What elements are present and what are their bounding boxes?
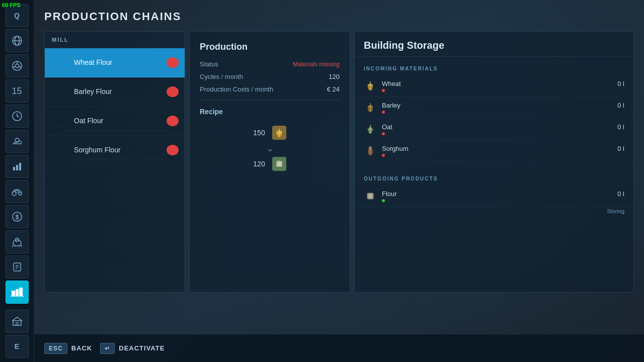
fps-counter: 60 FPS <box>2 2 21 8</box>
oat-storage-content: Oat 0 l <box>382 123 624 135</box>
barley-name: Barley <box>382 102 400 109</box>
chain-item-oat-flour[interactable]: Oat Flour <box>45 107 185 136</box>
svg-point-20 <box>13 240 21 246</box>
svg-point-70 <box>368 149 370 150</box>
wheat-storage-icon <box>364 79 377 93</box>
recipe-title: Recipe <box>200 108 340 116</box>
mill-header: MILL <box>45 32 185 48</box>
storage-item-wheat: Wheat 0 l <box>355 75 633 97</box>
svg-rect-32 <box>19 288 23 296</box>
barley-storage-content: Barley 0 l <box>382 102 624 114</box>
flour-name: Flour <box>382 190 397 198</box>
sidebar-btn-quests[interactable] <box>6 255 29 279</box>
wheat-flour-label: Wheat Flour <box>68 53 167 72</box>
sidebar: Q 15 <box>0 0 34 362</box>
back-label: BACK <box>71 344 93 352</box>
main-content: Production Chains MILL Wheat Flour <box>34 0 644 362</box>
sidebar-btn-calendar[interactable]: 15 <box>6 79 29 103</box>
sorghum-flour-icon <box>51 144 63 156</box>
building-storage-panel: Building Storage INCOMING MATERIALS <box>354 31 634 293</box>
storing-label: Storing <box>355 207 633 216</box>
svg-line-25 <box>21 245 22 247</box>
recipe-arrow: ⌄ <box>266 144 274 153</box>
barley-flour-icon <box>51 86 63 98</box>
oat-amount: 0 l <box>617 123 624 131</box>
deactivate-label: DEACTIVATE <box>119 344 165 352</box>
back-button[interactable]: ESC BACK <box>44 343 92 354</box>
chain-item-barley-flour[interactable]: Barley Flour <box>45 77 185 107</box>
sidebar-btn-time[interactable] <box>6 105 29 128</box>
recipe-output: 120 <box>253 157 286 171</box>
sidebar-btn-weather[interactable] <box>6 130 29 153</box>
sidebar-btn-stats[interactable] <box>6 155 29 178</box>
chain-item-sorghum-flour[interactable]: Sorghum Flour <box>45 136 185 165</box>
wheat-storage-content: Wheat 0 l <box>382 80 624 92</box>
svg-line-22 <box>13 245 13 247</box>
oat-name: Oat <box>382 123 392 131</box>
panels: MILL Wheat Flour <box>44 31 634 293</box>
barley-flour-dot <box>167 86 179 97</box>
wheat-dot <box>382 89 385 92</box>
deactivate-button[interactable]: ↵ DEACTIVATE <box>100 343 165 354</box>
production-chains-panel: MILL Wheat Flour <box>44 31 185 293</box>
svg-point-16 <box>19 192 22 195</box>
sorghum-amount: 0 l <box>617 145 624 152</box>
sidebar-btn-economy[interactable]: $ <box>6 205 29 228</box>
costs-row: Production Costs / month € 24 <box>200 85 340 93</box>
status-row: Status Materials missing <box>200 60 340 68</box>
svg-rect-31 <box>16 289 19 296</box>
costs-value: € 24 <box>327 85 340 93</box>
sidebar-btn-production[interactable] <box>6 281 29 304</box>
flour-dot <box>382 199 385 202</box>
sorghum-storage-icon <box>364 144 377 157</box>
sorghum-storage-content: Sorghum 0 l <box>382 145 624 157</box>
sorghum-flour-dot <box>167 145 179 155</box>
sidebar-btn-building[interactable] <box>6 310 29 333</box>
barley-dot <box>382 111 385 114</box>
sidebar-btn-steering[interactable] <box>6 54 29 77</box>
back-key: ESC <box>44 343 67 354</box>
production-title: Production <box>200 42 340 52</box>
svg-line-24 <box>19 245 20 247</box>
recipe-input: 150 <box>253 126 286 140</box>
outgoing-header: OUTGOING PRODUCTS <box>355 172 633 186</box>
wheat-name: Wheat <box>382 80 401 87</box>
svg-rect-13 <box>16 165 18 170</box>
deactivate-key: ↵ <box>100 343 115 354</box>
svg-point-4 <box>15 64 19 68</box>
production-panel: Production Status Materials missing Cycl… <box>189 31 350 293</box>
wheat-flour-dot <box>167 57 179 68</box>
sorghum-dot <box>382 154 385 157</box>
status-value: Materials missing <box>293 61 340 68</box>
divider <box>200 100 340 101</box>
oat-flour-label: Oat Flour <box>68 112 167 130</box>
barley-flour-label: Barley Flour <box>68 82 167 101</box>
building-storage-title: Building Storage <box>355 32 633 57</box>
svg-rect-14 <box>19 163 21 170</box>
status-label: Status <box>200 60 218 68</box>
sidebar-btn-livestock[interactable] <box>6 230 29 253</box>
oat-dot <box>382 132 385 135</box>
flour-storage-icon <box>364 190 377 203</box>
costs-label: Production Costs / month <box>200 85 273 93</box>
svg-line-23 <box>15 245 15 247</box>
sidebar-btn-farming[interactable] <box>6 180 29 203</box>
svg-rect-73 <box>368 194 372 198</box>
chain-item-wheat-flour[interactable]: Wheat Flour <box>45 48 185 77</box>
recipe-output-amount: 120 <box>253 160 265 168</box>
sidebar-btn-e[interactable]: E <box>6 335 29 358</box>
recipe-input-amount: 150 <box>253 129 265 137</box>
bottom-bar: ESC BACK ↵ DEACTIVATE <box>34 334 644 362</box>
flour-amount: 0 l <box>617 190 624 198</box>
sidebar-btn-globe[interactable] <box>6 29 29 52</box>
storage-item-barley: Barley 0 l <box>355 97 633 119</box>
svg-line-6 <box>13 66 15 68</box>
cycles-label: Cycles / month <box>200 73 243 80</box>
sorghum-flour-label: Sorghum Flour <box>68 141 167 159</box>
svg-rect-30 <box>12 291 15 296</box>
svg-rect-53 <box>277 162 281 166</box>
cycles-row: Cycles / month 120 <box>200 73 340 80</box>
wheat-ingredient-icon <box>272 126 286 140</box>
storage-item-oat: Oat 0 l <box>355 119 633 140</box>
cycles-value: 120 <box>329 73 340 80</box>
